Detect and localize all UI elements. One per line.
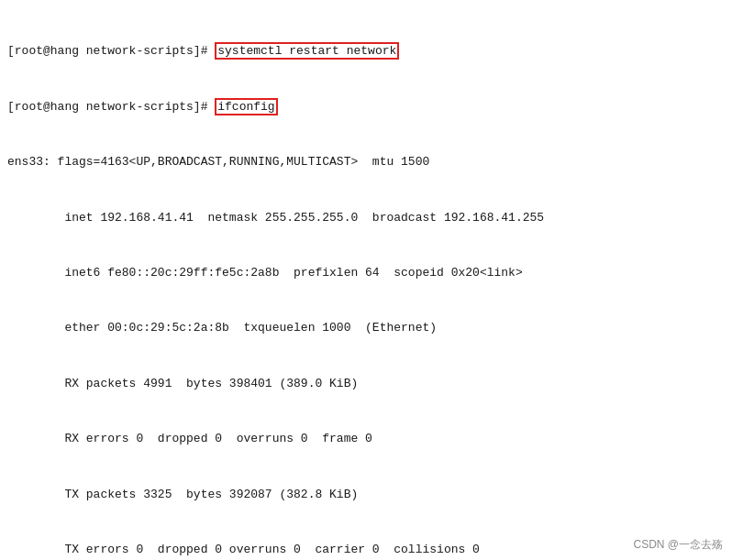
watermark: CSDN @一念去殇 [633,537,723,553]
prompt-1: [root@hang network-scripts]# [7,44,215,58]
prompt-line-1: [root@hang network-scripts]# systemctl r… [7,42,725,60]
command-ifconfig: ifconfig [215,98,277,115]
ens33-header: ens33: flags=4163<UP,BROADCAST,RUNNING,M… [7,153,725,171]
terminal-output: [root@hang network-scripts]# systemctl r… [7,5,725,560]
prompt-2: [root@hang network-scripts]# [7,100,215,114]
ens33-rx: RX packets 4991 bytes 398401 (389.0 KiB) [7,375,725,393]
ens33-tx: TX packets 3325 bytes 392087 (382.8 KiB) [7,486,725,504]
ens33-txerr: TX errors 0 dropped 0 overruns 0 carrier… [7,541,725,559]
ens33-inet6: inet6 fe80::20c:29ff:fe5c:2a8b prefixlen… [7,264,725,282]
ens33-ether: ether 00:0c:29:5c:2a:8b txqueuelen 1000 … [7,319,725,337]
command-restart-network: systemctl restart network [215,42,399,60]
ens33-inet: inet 192.168.41.41 netmask 255.255.255.0… [7,209,725,227]
ens33-rxerr: RX errors 0 dropped 0 overruns 0 frame 0 [7,430,725,448]
prompt-line-2: [root@hang network-scripts]# ifconfig [7,98,725,116]
